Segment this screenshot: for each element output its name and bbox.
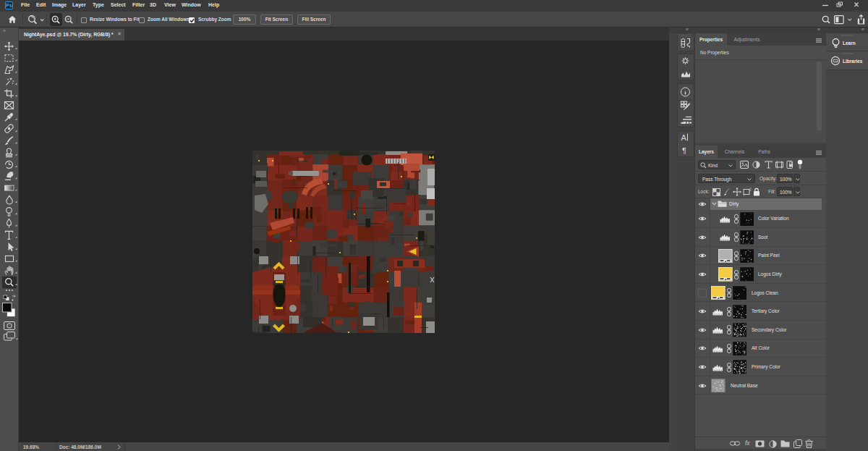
svg-text:¶: ¶ xyxy=(682,146,686,155)
svg-text:A: A xyxy=(681,133,687,142)
